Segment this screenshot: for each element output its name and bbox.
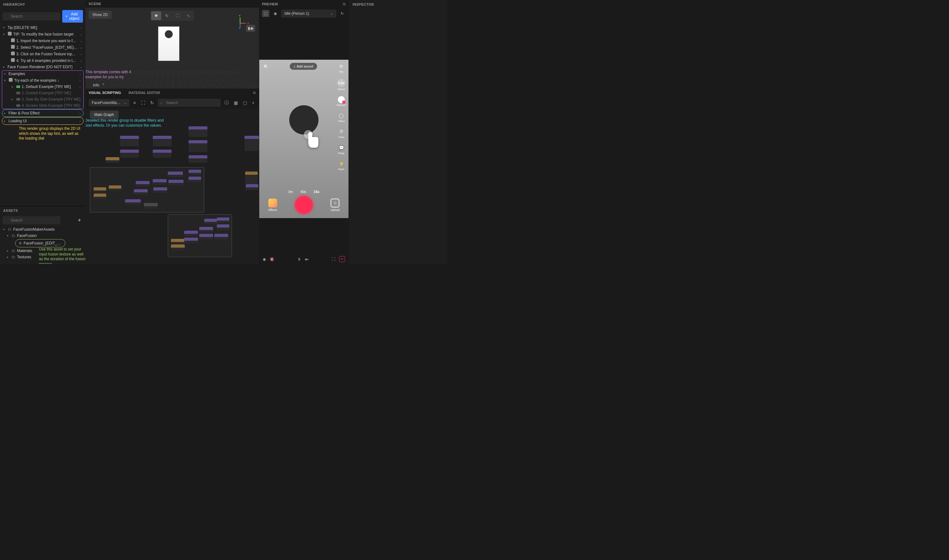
tree-item-step3[interactable]: 3. Click on the Fusion Texture inp... ⌄ (1, 51, 84, 57)
chevron-down-icon[interactable]: ⌄ (80, 65, 82, 69)
crop-icon[interactable]: ✂ (339, 256, 345, 262)
duration-3m[interactable]: 3m (288, 190, 293, 194)
left-panel: HIERARCHY ⌕ + Add object ▾ Tip [DELETE M… (0, 0, 86, 264)
hierarchy-title: HIERARCHY (0, 0, 86, 9)
tree-item-filter[interactable]: ▸ Filter & Post Effect ⌄ (2, 110, 83, 117)
tree-item-step2[interactable]: 2. Select "FaceFusion_[EDIT_ME]" ... ⌄ (1, 44, 84, 51)
scene-portrait-plane[interactable] (158, 26, 180, 61)
speed-button[interactable]: 0.5x Speed (337, 79, 345, 91)
tree-item-renderer[interactable]: ▸ Face Fusion Renderer [DO NOT EDIT] ⌄ (1, 64, 84, 70)
side-label: Filters (338, 120, 345, 123)
vs-search-input[interactable] (158, 98, 221, 107)
chevron-down-icon[interactable]: ⌄ (80, 33, 82, 36)
effects-button[interactable]: ☺ Effects (268, 198, 277, 211)
axis-gizmo[interactable]: X Y Z (234, 17, 246, 29)
scene-info-toggle[interactable]: Info ⌃ (93, 83, 105, 88)
preview-title: PREVIEW (262, 2, 340, 6)
add-object-button[interactable]: + Add object (62, 10, 83, 23)
chevron-down-icon: ▾ (4, 72, 7, 75)
vs-asset-dropdown[interactable]: FaceFusionMakerAs... (89, 99, 129, 106)
add-sound-button[interactable]: ♪ Add sound (290, 63, 317, 70)
show-2d-button[interactable]: Show 2D (89, 11, 112, 19)
add-node-button[interactable]: + (251, 99, 256, 106)
record-button[interactable] (295, 196, 313, 214)
panel-icon[interactable]: ▦ (232, 99, 239, 106)
pause-icon[interactable]: ⏸ (297, 257, 301, 262)
examples-group-box: ▾ Examples ⌄ ▾ Try each of the examples … (2, 71, 84, 109)
tree-item-ex4[interactable]: 4. Screen Slide Example [TRY ME] (2, 102, 83, 109)
center-panel: SCENE Show 2D ✥ ↻ ⛶ ⤡ X Y Z ▮◉ (86, 0, 259, 264)
close-icon[interactable]: ✕ (263, 63, 268, 70)
chevron-down-icon[interactable]: ⌄ (80, 46, 82, 49)
tree-item-step1[interactable]: 1. Import the texture you want to f... ⌄ (1, 37, 84, 44)
assets-search-input[interactable] (3, 216, 60, 225)
scene-camera-button[interactable]: ▮◉ (246, 25, 255, 32)
duration-selector[interactable]: 3m 60s 15s (259, 190, 349, 194)
retouch-button[interactable]: Retouch (337, 96, 346, 106)
step-forward-icon[interactable]: ⏭ (305, 257, 309, 262)
tree-item-tip-modify[interactable]: ▾ TIP: To modify the face fusion target … (1, 31, 84, 37)
refresh-icon[interactable]: ↻ (149, 99, 155, 106)
tree-item-ex3[interactable]: ▸ 3. Side By Side Example [TRY ME] (2, 96, 83, 102)
reply-button[interactable]: 💬 Reply (338, 144, 345, 155)
tree-item-tip-delete[interactable]: ▾ Tip [DELETE ME] ⌄ (1, 25, 84, 31)
tree-item-step4[interactable]: 4. Try all 4 examples provided in t... ⌄ (1, 57, 84, 64)
scene-viewport[interactable]: Show 2D ✥ ↻ ⛶ ⤡ X Y Z ▮◉ This template c… (86, 8, 259, 89)
tree-item-ex1[interactable]: ▸ 1. Default Example [TRY ME] ⌄ (2, 84, 83, 90)
tree-item-examples[interactable]: ▾ Examples ⌄ (2, 71, 83, 77)
window-icon[interactable]: ▢ (241, 99, 248, 106)
tree-item-loading[interactable]: ▸ Loading UI ⌄ (2, 117, 83, 125)
tree-label: TIP: To modify the face fusion target (13, 32, 78, 37)
chevron-up-icon: ⌃ (102, 83, 105, 88)
upload-button[interactable]: ⍓ Upload (331, 198, 340, 211)
fullscreen-icon[interactable]: ⛶ (332, 257, 335, 262)
upload-icon: ⍓ (331, 198, 339, 208)
chevron-down-icon[interactable]: ⌄ (80, 26, 82, 29)
move-tool-button[interactable]: ✥ (151, 11, 161, 20)
scale-tool-button[interactable]: ⛶ (172, 11, 183, 20)
tiktok-icon[interactable]: ◉ (263, 257, 266, 262)
info-icon[interactable]: ⓘ (223, 98, 230, 107)
chevron-down-icon[interactable]: ⌄ (79, 112, 82, 115)
chevron-down-icon[interactable]: ⌄ (80, 52, 82, 55)
filters-button[interactable]: ◯ Filters (338, 112, 345, 123)
preview-panel: PREVIEW ⧉ ▢ ◉ Idle (Person 1) ↻ ✕ ♪ Add … (259, 0, 349, 264)
main-graph-tab[interactable]: Main Graph (90, 111, 118, 119)
external-link-icon[interactable]: ⧉ (253, 91, 256, 95)
asset-root[interactable]: ▾ 🗀 FaceFusionMakerAssets (1, 226, 84, 232)
chevron-down-icon[interactable]: ⌄ (79, 85, 82, 88)
music-icon: ♪ (294, 65, 295, 68)
chevron-down-icon[interactable]: ⌄ (79, 119, 82, 123)
annotation-green: Use this asset to set your input fusion … (1, 246, 86, 264)
chevron-down-icon[interactable]: ⌄ (80, 39, 82, 42)
chevron-down-icon[interactable]: ⌄ (79, 79, 82, 82)
phone-preview-frame: ✕ ♪ Add sound ⟳ Flip 0.5x Speed R (259, 60, 349, 218)
preview-camera-button[interactable]: ◉ (272, 10, 279, 17)
duration-15s[interactable]: 15s (314, 190, 319, 194)
timer-button[interactable]: ⏱ Timer (338, 128, 345, 138)
transform-tool-button[interactable]: ⤡ (183, 11, 193, 20)
tab-visual-scripting[interactable]: VISUAL SCRIPTING (89, 91, 121, 95)
scene-title: SCENE (89, 2, 101, 6)
annotation-cyan: Deselect this render group to disable fi… (86, 118, 166, 128)
external-link-icon[interactable]: ⧉ (343, 2, 346, 6)
duration-60s[interactable]: 60s (301, 190, 306, 194)
refresh-icon[interactable]: ↻ (339, 10, 346, 17)
asset-facefusion[interactable]: ▾ 🗀 FaceFusion (1, 232, 84, 239)
chevron-down-icon[interactable]: ⌄ (79, 72, 82, 75)
expand-icon[interactable]: ⛶ (140, 99, 146, 106)
hierarchy-search-input[interactable] (3, 12, 60, 20)
preview-state-dropdown[interactable]: Idle (Person 1) (281, 9, 336, 18)
list-icon[interactable]: ≡ (132, 99, 137, 106)
rotate-tool-button[interactable]: ↻ (162, 11, 172, 20)
tree-item-try-each[interactable]: ▾ Try each of the examples ↓ ⌄ (2, 77, 83, 84)
mute-icon[interactable]: 🔇 (270, 257, 274, 262)
tab-material-editor[interactable]: MATERIAL EDITOR (129, 91, 160, 95)
flash-button[interactable]: ⚡ Flash (338, 160, 345, 171)
add-asset-button[interactable]: + (76, 217, 83, 224)
chevron-down-icon[interactable]: ⌄ (80, 59, 82, 62)
tree-item-ex2[interactable]: 2. Guided Example [TRY ME] (2, 90, 83, 96)
flip-button[interactable]: ⟳ Flip (338, 63, 345, 73)
node-graph-canvas[interactable]: Main Graph Deselect this render group to… (86, 109, 259, 264)
preview-mode1-button[interactable]: ▢ (262, 10, 269, 17)
